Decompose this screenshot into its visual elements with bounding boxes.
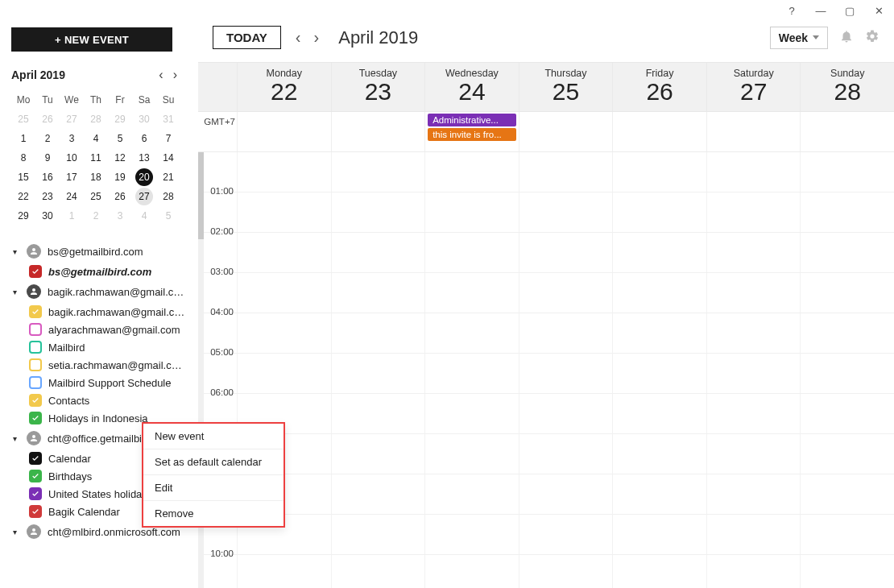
- mini-calendar-day[interactable]: 17: [60, 168, 84, 187]
- allday-slot[interactable]: [331, 112, 425, 151]
- mini-calendar-day[interactable]: 27: [132, 187, 156, 206]
- time-cell[interactable]: [519, 434, 613, 474]
- minimize-button[interactable]: —: [812, 5, 830, 17]
- mini-calendar-day[interactable]: 3: [108, 206, 132, 226]
- calendar-checkbox[interactable]: [29, 323, 42, 336]
- time-cell[interactable]: [800, 193, 894, 232]
- time-cell[interactable]: [706, 434, 801, 474]
- week-next-button[interactable]: ›: [311, 28, 323, 47]
- mini-calendar-day[interactable]: 26: [108, 187, 132, 206]
- calendar-checkbox[interactable]: [29, 376, 42, 389]
- mini-calendar-day[interactable]: 25: [84, 187, 108, 206]
- day-header[interactable]: Wednesday24: [424, 63, 519, 111]
- time-cell[interactable]: [612, 354, 706, 393]
- mini-calendar-day[interactable]: 14: [156, 148, 180, 168]
- day-header[interactable]: Friday26: [612, 63, 706, 111]
- day-header[interactable]: Monday22: [237, 63, 331, 111]
- time-cell[interactable]: [237, 152, 331, 192]
- time-cell[interactable]: [331, 273, 425, 313]
- allday-slot[interactable]: [612, 112, 706, 151]
- mini-calendar-day[interactable]: 30: [132, 110, 156, 129]
- mini-calendar-day[interactable]: 30: [35, 206, 60, 226]
- time-cell[interactable]: [612, 515, 706, 554]
- time-cell[interactable]: [331, 474, 425, 514]
- time-cell[interactable]: [800, 313, 894, 353]
- event-pill[interactable]: Administrative...: [428, 114, 516, 126]
- mini-calendar-day[interactable]: 2: [84, 206, 108, 226]
- time-cell[interactable]: [331, 354, 425, 393]
- time-cell[interactable]: [424, 273, 519, 313]
- time-cell[interactable]: [706, 474, 801, 514]
- mini-calendar-day[interactable]: 5: [108, 129, 132, 148]
- day-header[interactable]: Thursday25: [519, 63, 613, 111]
- time-cell[interactable]: [800, 434, 894, 474]
- time-cell[interactable]: [331, 515, 425, 554]
- calendar-row[interactable]: Mailbird: [11, 338, 187, 356]
- time-cell[interactable]: [612, 555, 706, 589]
- time-cell[interactable]: [424, 193, 519, 232]
- mini-calendar-day[interactable]: 28: [84, 110, 108, 129]
- calendar-row[interactable]: Mailbird Support Schedule: [11, 374, 187, 391]
- time-cell[interactable]: [519, 515, 613, 554]
- mini-calendar-day[interactable]: 23: [35, 187, 60, 206]
- time-cell[interactable]: [424, 515, 519, 554]
- help-button[interactable]: ?: [783, 5, 801, 17]
- time-cell[interactable]: [424, 555, 519, 589]
- time-cell[interactable]: [800, 273, 894, 313]
- bell-icon[interactable]: [839, 29, 854, 46]
- allday-slot[interactable]: [519, 112, 613, 151]
- mini-calendar-day[interactable]: 15: [11, 168, 35, 187]
- mini-calendar-next-button[interactable]: ›: [170, 66, 180, 84]
- time-cell[interactable]: [519, 474, 613, 514]
- time-cell[interactable]: [800, 515, 894, 554]
- calendar-checkbox[interactable]: [29, 394, 42, 407]
- mini-calendar-day[interactable]: 29: [11, 206, 35, 226]
- mini-calendar-prev-button[interactable]: ‹: [155, 66, 166, 84]
- mini-calendar-day[interactable]: 20: [132, 168, 156, 187]
- day-header[interactable]: Saturday27: [706, 63, 801, 111]
- time-cell[interactable]: [237, 233, 331, 272]
- time-cell[interactable]: [519, 233, 613, 272]
- mini-calendar-day[interactable]: 1: [60, 206, 84, 226]
- allday-slot[interactable]: [237, 112, 331, 151]
- time-cell[interactable]: [800, 152, 894, 192]
- time-cell[interactable]: [706, 354, 801, 393]
- event-pill[interactable]: this invite is fro...: [428, 128, 516, 141]
- time-cell[interactable]: [612, 152, 706, 192]
- calendar-checkbox[interactable]: [29, 265, 42, 278]
- time-cell[interactable]: [800, 394, 894, 433]
- calendar-checkbox[interactable]: [29, 452, 42, 465]
- calendar-checkbox[interactable]: [29, 505, 42, 518]
- day-header[interactable]: Sunday28: [800, 63, 894, 111]
- calendar-row[interactable]: bagik.rachmawan@gmail.com: [11, 303, 187, 321]
- context-menu-item[interactable]: Edit: [143, 475, 284, 501]
- mini-calendar-day[interactable]: 28: [156, 187, 180, 206]
- time-cell[interactable]: [612, 434, 706, 474]
- time-cell[interactable]: [706, 233, 801, 272]
- mini-calendar-day[interactable]: 25: [11, 110, 35, 129]
- time-cell[interactable]: [612, 474, 706, 514]
- time-cell[interactable]: [331, 152, 425, 192]
- time-cell[interactable]: [706, 555, 801, 589]
- mini-calendar-day[interactable]: 12: [108, 148, 132, 168]
- context-menu-item[interactable]: New event: [143, 424, 284, 449]
- mini-calendar-day[interactable]: 21: [156, 168, 180, 187]
- time-cell[interactable]: [424, 152, 519, 192]
- time-cell[interactable]: [331, 233, 425, 272]
- week-prev-button[interactable]: ‹: [292, 28, 304, 47]
- time-cell[interactable]: [706, 273, 801, 313]
- calendar-row[interactable]: Contacts: [11, 391, 187, 409]
- time-cell[interactable]: [331, 394, 425, 433]
- day-header[interactable]: Tuesday23: [331, 63, 425, 111]
- time-cell[interactable]: [519, 273, 613, 313]
- mini-calendar-day[interactable]: 31: [156, 110, 180, 129]
- time-cell[interactable]: [424, 233, 519, 272]
- mini-calendar-day[interactable]: 2: [35, 129, 60, 148]
- mini-calendar-day[interactable]: 22: [11, 187, 35, 206]
- time-cell[interactable]: [612, 273, 706, 313]
- new-event-button[interactable]: + NEW EVENT: [11, 27, 172, 52]
- allday-slot[interactable]: Administrative...this invite is fro...: [424, 112, 519, 151]
- allday-slot[interactable]: [706, 112, 801, 151]
- calendar-checkbox[interactable]: [29, 305, 42, 318]
- time-cell[interactable]: [519, 394, 613, 433]
